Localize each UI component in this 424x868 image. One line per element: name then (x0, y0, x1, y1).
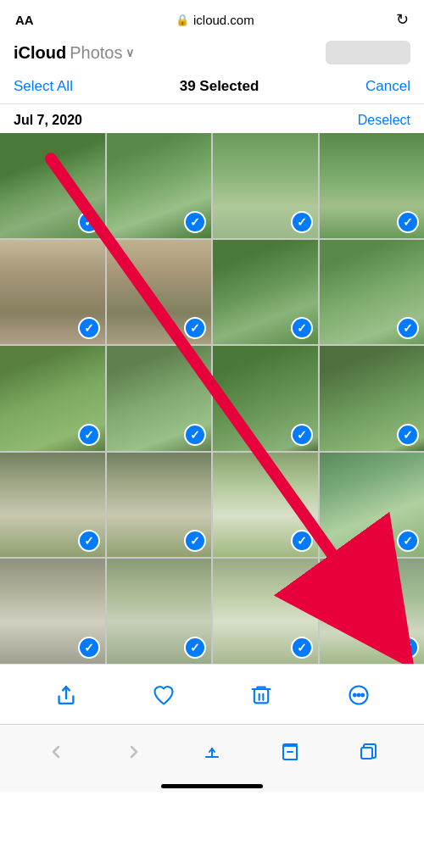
browser-share-button[interactable] (193, 733, 231, 771)
url-text: icloud.com (193, 13, 254, 27)
action-bar (0, 664, 424, 724)
tabs-icon (358, 742, 378, 762)
check-badge (184, 637, 206, 659)
list-item[interactable] (320, 453, 425, 558)
list-item[interactable] (0, 240, 105, 345)
check-badge (291, 424, 313, 446)
back-button[interactable] (37, 733, 75, 771)
check-badge (291, 317, 313, 339)
list-item[interactable] (320, 346, 425, 451)
app-title[interactable]: iCloud Photos ∨ (14, 43, 134, 63)
date-label: Jul 7, 2020 (14, 113, 82, 128)
list-item[interactable] (107, 133, 212, 238)
list-item[interactable] (213, 559, 318, 664)
check-badge (78, 211, 100, 233)
more-icon (347, 683, 371, 707)
check-badge (397, 424, 419, 446)
deselect-button[interactable]: Deselect (358, 113, 410, 128)
check-badge (291, 211, 313, 233)
svg-point-9 (361, 693, 364, 696)
list-item[interactable] (107, 240, 212, 345)
home-bar (161, 784, 263, 788)
check-badge (78, 317, 100, 339)
brand-name: iCloud (14, 43, 66, 63)
chevron-left-icon (46, 742, 66, 762)
check-badge (184, 317, 206, 339)
bookmark-button[interactable] (271, 733, 309, 771)
svg-rect-3 (254, 689, 267, 703)
list-item[interactable] (107, 453, 212, 558)
list-item[interactable] (213, 346, 318, 451)
check-badge (397, 637, 419, 659)
list-item[interactable] (320, 559, 425, 664)
check-badge (184, 530, 206, 552)
status-bar: AA 🔒 icloud.com ↻ (0, 0, 424, 36)
upload-icon (202, 742, 222, 762)
svg-rect-12 (361, 748, 372, 759)
check-badge (291, 637, 313, 659)
list-item[interactable] (320, 240, 425, 345)
list-item[interactable] (0, 453, 105, 558)
list-item[interactable] (0, 346, 105, 451)
svg-point-8 (357, 693, 360, 696)
svg-point-7 (353, 693, 355, 696)
heart-icon (152, 683, 176, 707)
chevron-right-icon (124, 742, 144, 762)
select-all-button[interactable]: Select All (14, 78, 73, 95)
home-indicator (0, 777, 424, 792)
list-item[interactable] (0, 559, 105, 664)
photo-grid-wrapper (0, 133, 424, 664)
check-badge (78, 424, 100, 446)
more-button[interactable] (340, 676, 377, 714)
list-item[interactable] (213, 240, 318, 345)
favorite-button[interactable] (145, 676, 182, 714)
check-badge (78, 530, 100, 552)
status-left: AA (15, 13, 34, 27)
cancel-button[interactable]: Cancel (365, 78, 410, 95)
check-badge (184, 424, 206, 446)
lock-icon: 🔒 (176, 14, 189, 26)
forward-button[interactable] (115, 733, 153, 771)
status-center: 🔒 icloud.com (176, 13, 254, 27)
header: iCloud Photos ∨ (0, 36, 424, 71)
photo-grid (0, 133, 424, 664)
check-badge (397, 530, 419, 552)
list-item[interactable] (320, 133, 425, 238)
check-badge (78, 637, 100, 659)
chevron-down-icon: ∨ (126, 46, 134, 59)
check-badge (397, 317, 419, 339)
browser-nav (0, 724, 424, 777)
list-item[interactable] (0, 133, 105, 238)
check-badge (184, 211, 206, 233)
list-item[interactable] (213, 453, 318, 558)
header-button-placeholder (326, 41, 410, 64)
share-button[interactable] (47, 676, 85, 714)
check-badge (291, 530, 313, 552)
check-badge (397, 211, 419, 233)
book-icon (280, 742, 300, 762)
selected-count: 39 Selected (180, 78, 259, 95)
refresh-icon[interactable]: ↻ (396, 10, 409, 29)
list-item[interactable] (107, 346, 212, 451)
delete-button[interactable] (243, 676, 280, 714)
date-row: Jul 7, 2020 Deselect (0, 104, 424, 133)
selection-bar: Select All 39 Selected Cancel (0, 71, 424, 104)
trash-icon (249, 683, 273, 707)
list-item[interactable] (107, 559, 212, 664)
list-item[interactable] (213, 133, 318, 238)
section-name: Photos (70, 43, 122, 63)
tabs-button[interactable] (349, 733, 387, 771)
share-icon (54, 683, 78, 707)
